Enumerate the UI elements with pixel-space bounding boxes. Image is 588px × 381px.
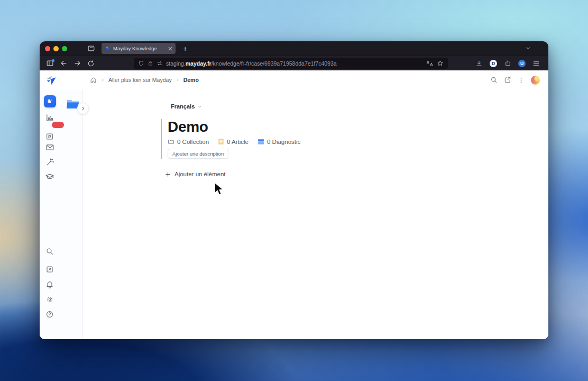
- sidebar-notification-dot: [52, 59, 54, 62]
- expand-sidebar-chevron-icon[interactable]: [77, 103, 89, 114]
- reload-icon[interactable]: [85, 58, 97, 69]
- sidebar-item-academy-graduation-cap-icon[interactable]: [45, 172, 54, 182]
- chevron-right-icon: [100, 78, 105, 82]
- sidebar-item-contents-flag-icon[interactable]: [45, 132, 54, 141]
- url-text: staging.mayday.fr/knowledge/fr-fr/case/6…: [166, 60, 423, 67]
- shield-icon[interactable]: [138, 60, 144, 67]
- user-avatar[interactable]: [531, 76, 540, 85]
- extension-d-icon[interactable]: D: [490, 60, 497, 67]
- chevron-down-icon: [197, 104, 202, 109]
- lock-icon[interactable]: [148, 60, 153, 66]
- sidebar-notifications-bell-icon[interactable]: [45, 280, 54, 289]
- list-tabs-chevron-icon[interactable]: [525, 45, 531, 51]
- toolbar-extensions-area: D U: [473, 58, 544, 69]
- kebab-menu-icon[interactable]: [518, 77, 525, 84]
- folder-icon: [168, 138, 174, 145]
- sidebar-item-knowledge[interactable]: [44, 95, 56, 107]
- plus-icon: [165, 171, 171, 177]
- browser-tab-bar: Mayday Knowledge +: [40, 41, 548, 56]
- main-content: Français Demo 0 Collection: [83, 89, 548, 339]
- stat-collection: 0 Collection: [168, 138, 209, 145]
- notification-badge: [52, 122, 64, 128]
- header-actions: [490, 76, 540, 85]
- sidebar-help-icon[interactable]: [45, 310, 54, 319]
- download-icon[interactable]: [473, 58, 485, 69]
- close-window-button[interactable]: [45, 46, 50, 51]
- sidebar-external-link-icon[interactable]: [45, 265, 54, 274]
- browser-toolbar: staging.mayday.fr/knowledge/fr-fr/case/6…: [40, 56, 548, 70]
- case-stats-row: 0 Collection 0 Article 0 D: [168, 138, 300, 145]
- extension-u-icon[interactable]: U: [518, 60, 526, 67]
- add-element-button[interactable]: Ajouter un élément: [165, 171, 226, 177]
- sidebar-search-icon[interactable]: [45, 247, 54, 256]
- bookmark-star-icon[interactable]: [437, 60, 444, 67]
- stat-article: 0 Article: [218, 138, 249, 145]
- back-icon[interactable]: [58, 58, 69, 69]
- diagnostic-icon: [258, 139, 264, 145]
- zoom-window-button[interactable]: [62, 46, 67, 51]
- breadcrumb: Aller plus loin sur Mayday Demo: [90, 77, 199, 84]
- sidebar-item-mail-icon[interactable]: [45, 142, 54, 152]
- sidebar-item-magic-wand-icon[interactable]: [45, 157, 54, 167]
- forward-icon[interactable]: [71, 58, 83, 69]
- sidebar-settings-gear-icon[interactable]: [45, 295, 54, 304]
- language-selector[interactable]: Français: [171, 103, 202, 110]
- article-icon: [218, 138, 224, 145]
- page-title: Demo: [168, 119, 300, 135]
- url-bar[interactable]: staging.mayday.fr/knowledge/fr-fr/case/6…: [134, 58, 448, 69]
- case-title-block: Demo 0 Collection 0 Article: [161, 119, 300, 159]
- add-description-button[interactable]: Ajouter une description: [168, 149, 228, 159]
- mayday-logo: [45, 74, 57, 86]
- sidebar-divider: [42, 259, 58, 259]
- app-header: Aller plus loin sur Mayday Demo: [40, 70, 548, 89]
- open-external-icon[interactable]: [504, 76, 511, 84]
- search-icon[interactable]: [490, 76, 498, 84]
- app-body: Français Demo 0 Collection: [40, 89, 548, 339]
- new-tab-button[interactable]: +: [183, 45, 187, 52]
- mayday-app: Aller plus loin sur Mayday Demo: [40, 70, 548, 339]
- switch-protocol-icon[interactable]: [157, 60, 163, 67]
- stat-diagnostic: 0 Diagnostic: [258, 139, 300, 145]
- tab-title: Mayday Knowledge: [113, 46, 166, 51]
- chevron-right-icon: [176, 78, 180, 82]
- sidebar-toggle-icon[interactable]: [44, 58, 56, 69]
- sidebar-item-analytics-chart-icon[interactable]: [45, 113, 54, 122]
- firefox-view-icon[interactable]: [87, 44, 95, 52]
- minimize-window-button[interactable]: [53, 46, 59, 51]
- menu-hamburger-icon[interactable]: [530, 58, 542, 69]
- breadcrumb-current: Demo: [183, 77, 199, 83]
- close-tab-icon[interactable]: [168, 47, 172, 51]
- tab-favicon-mayday-icon: [105, 46, 111, 51]
- tab-mayday-knowledge[interactable]: Mayday Knowledge: [102, 43, 176, 54]
- breadcrumb-parent[interactable]: Aller plus loin sur Mayday: [108, 77, 172, 83]
- app-sidebar: [40, 89, 83, 339]
- home-icon[interactable]: [90, 77, 97, 84]
- translate-icon[interactable]: [426, 60, 434, 67]
- language-label: Français: [171, 103, 195, 110]
- browser-window: Mayday Knowledge +: [40, 41, 548, 339]
- share-extension-icon[interactable]: [502, 58, 513, 69]
